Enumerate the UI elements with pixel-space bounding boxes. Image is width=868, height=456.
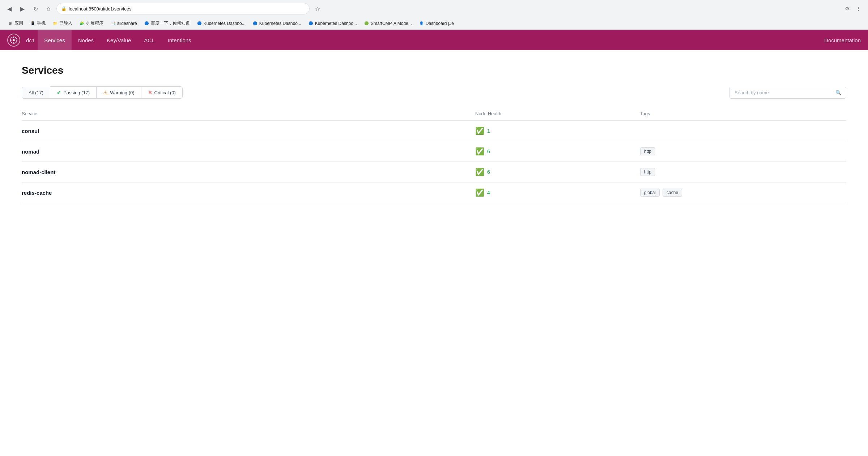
bookmark-k8s-2[interactable]: 🔵 Kubernetes Dashbo... — [249, 20, 304, 27]
nav-acl[interactable]: ACL — [137, 30, 161, 50]
filter-critical[interactable]: ✕ Critical (0) — [141, 86, 183, 99]
bookmark-slideshare[interactable]: 📑 slideshare — [107, 20, 140, 27]
browser-chrome: ◀ ▶ ↻ ⌂ 🔒 localhost:8500/ui/dc1/services… — [0, 0, 868, 30]
column-tags: Tags — [640, 107, 846, 120]
critical-icon: ✕ — [148, 90, 152, 95]
nav-items: Services Nodes Key/Value ACL Intentions — [38, 30, 197, 50]
bookmark-label: SmartCMP, A Mode... — [371, 21, 412, 26]
bookmark-label: Kubernetes Dashbo... — [259, 21, 301, 26]
filter-passing[interactable]: ✔ Passing (17) — [50, 86, 97, 99]
service-name: consul — [22, 128, 39, 134]
bookmarks-bar: ⊞ 应用 📱 手机 📁 已导入 🧩 扩展程序 📑 slideshare 🔵 百度… — [0, 17, 868, 30]
bookmark-label: Kubernetes Dashbo... — [315, 21, 357, 26]
health-count: 1 — [487, 128, 490, 134]
lock-icon: 🔒 — [61, 6, 67, 11]
table-row[interactable]: redis-cache ✅ 4 global cache — [22, 182, 846, 203]
health-check-icon: ✅ — [475, 126, 484, 135]
table-row[interactable]: nomad ✅ 6 http — [22, 141, 846, 162]
smartcmp-icon: 🟢 — [363, 21, 369, 26]
tag-badge: http — [640, 168, 655, 176]
health-check-icon: ✅ — [475, 147, 484, 156]
extensions-button[interactable]: ⚙ — [842, 4, 852, 14]
bookmark-extensions[interactable]: 🧩 扩展程序 — [76, 19, 106, 27]
bookmark-imported[interactable]: 📁 已导入 — [49, 19, 75, 27]
bookmark-k8s-3[interactable]: 🔵 Kubernetes Dashbo... — [305, 20, 360, 27]
nav-nodes[interactable]: Nodes — [72, 30, 100, 50]
bookmark-baidu[interactable]: 🔵 百度一下，你就知道 — [141, 19, 193, 27]
table-header: Service Node Health Tags — [22, 107, 846, 120]
address-bar[interactable]: 🔒 localhost:8500/ui/dc1/services — [56, 3, 310, 14]
search-button[interactable]: 🔍 — [831, 87, 846, 98]
search-box: 🔍 — [729, 87, 846, 99]
bookmark-dashboard[interactable]: 👤 Dashboard [Je — [416, 20, 457, 27]
menu-button[interactable]: ⋮ — [854, 4, 864, 14]
column-service: Service — [22, 107, 475, 120]
svg-point-1 — [13, 39, 15, 41]
filter-all-label: All (17) — [29, 90, 43, 95]
filter-tabs: All (17) ✔ Passing (17) ⚠ Warning (0) ✕ … — [22, 86, 183, 99]
forward-button[interactable]: ▶ — [17, 4, 27, 14]
filter-bar: All (17) ✔ Passing (17) ⚠ Warning (0) ✕ … — [22, 86, 846, 99]
k8s-icon-3: 🔵 — [308, 21, 314, 26]
passing-icon: ✔ — [57, 90, 61, 95]
bookmark-smartcmp[interactable]: 🟢 SmartCMP, A Mode... — [361, 20, 415, 27]
bookmark-label: slideshare — [117, 21, 137, 26]
service-name: redis-cache — [22, 190, 52, 196]
nav-intentions[interactable]: Intentions — [161, 30, 198, 50]
home-button[interactable]: ⌂ — [43, 4, 54, 14]
app-nav: dc1 Services Nodes Key/Value ACL Intenti… — [0, 30, 868, 50]
nav-datacenter[interactable]: dc1 — [26, 37, 35, 43]
url-text: localhost:8500/ui/dc1/services — [69, 6, 131, 12]
bookmark-label: 百度一下，你就知道 — [151, 20, 190, 26]
health-cell: ✅ 1 — [475, 126, 640, 135]
puzzle-icon: 🧩 — [79, 21, 85, 26]
bookmark-label: Kubernetes Dashbo... — [204, 21, 246, 26]
tag-badge: http — [640, 147, 655, 155]
bookmark-label: 手机 — [37, 20, 46, 26]
svg-point-3 — [13, 42, 14, 43]
tag-badge-global: global — [640, 189, 660, 197]
page-title: Services — [22, 65, 846, 76]
table-body: consul ✅ 1 nomad — [22, 120, 846, 203]
health-count: 4 — [487, 190, 490, 195]
refresh-button[interactable]: ↻ — [30, 4, 41, 14]
bookmark-phone[interactable]: 📱 手机 — [27, 19, 48, 27]
apps-icon: ⊞ — [7, 21, 13, 26]
dashboard-icon: 👤 — [418, 21, 424, 26]
filter-warning[interactable]: ⚠ Warning (0) — [97, 86, 141, 99]
search-input[interactable] — [729, 87, 831, 98]
filter-critical-label: Critical (0) — [154, 90, 176, 95]
health-count: 6 — [487, 169, 490, 175]
phone-icon: 📱 — [30, 21, 35, 26]
health-count: 6 — [487, 149, 490, 154]
svg-point-2 — [13, 37, 14, 38]
consul-logo-icon — [10, 36, 18, 44]
services-table: Service Node Health Tags consul ✅ 1 — [22, 107, 846, 203]
browser-actions: ⚙ ⋮ — [842, 4, 864, 14]
bookmark-label: 扩展程序 — [86, 20, 103, 26]
svg-point-4 — [10, 40, 12, 41]
doc-icon: 📑 — [110, 21, 116, 26]
tags-cell: global cache — [640, 189, 846, 197]
health-cell: ✅ 6 — [475, 168, 640, 176]
nav-documentation[interactable]: Documentation — [824, 37, 861, 43]
bookmark-button[interactable]: ☆ — [312, 4, 323, 14]
baidu-icon: 🔵 — [144, 21, 149, 26]
table-row[interactable]: nomad-client ✅ 6 http — [22, 162, 846, 182]
column-health: Node Health — [475, 107, 640, 120]
back-button[interactable]: ◀ — [4, 4, 14, 14]
bookmark-label: Dashboard [Je — [426, 21, 454, 26]
svg-point-5 — [16, 40, 17, 41]
filter-all[interactable]: All (17) — [22, 87, 50, 99]
nav-services[interactable]: Services — [38, 30, 72, 50]
bookmark-apps[interactable]: ⊞ 应用 — [4, 19, 26, 27]
bookmark-k8s-1[interactable]: 🔵 Kubernetes Dashbo... — [193, 20, 248, 27]
tags-cell: http — [640, 168, 846, 176]
tags-cell: http — [640, 147, 846, 155]
filter-warning-label: Warning (0) — [110, 90, 134, 95]
filter-passing-label: Passing (17) — [63, 90, 90, 95]
main-content: Services All (17) ✔ Passing (17) ⚠ Warni… — [0, 50, 868, 218]
table-row[interactable]: consul ✅ 1 — [22, 120, 846, 141]
nav-keyvalue[interactable]: Key/Value — [100, 30, 137, 50]
tag-badge-cache: cache — [663, 189, 682, 197]
